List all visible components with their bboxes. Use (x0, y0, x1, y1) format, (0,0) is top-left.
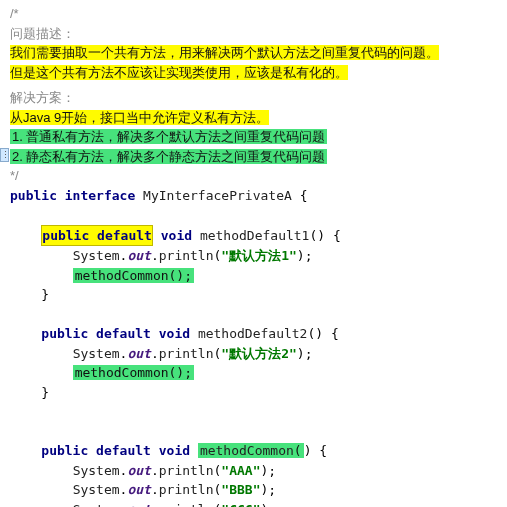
desc-line1: 我们需要抽取一个共有方法，用来解决两个默认方法之间重复代码的问题。 (10, 43, 507, 63)
desc-line2: 但是这个共有方法不应该让实现类使用，应该是私有化的。 (10, 63, 507, 83)
code-block: public interface MyInterfacePrivateA { p… (10, 186, 507, 508)
solution-item1: 1. 普通私有方法，解决多个默认方法之间重复代码问题 (10, 127, 507, 147)
highlight-line2: 但是这个共有方法不应该让实现类使用，应该是私有化的。 (10, 65, 348, 80)
highlight-intro: 从Java 9开始，接口当中允许定义私有方法。 (10, 110, 269, 125)
interface-decl: public interface MyInterfacePrivateA { (10, 186, 507, 206)
solution-title: 解决方案： (10, 88, 507, 108)
highlight-item2: 2. 静态私有方法，解决多个静态方法之间重复代码问题 (10, 149, 327, 164)
highlight-line1: 我们需要抽取一个共有方法，用来解决两个默认方法之间重复代码的问题。 (10, 45, 439, 60)
method1-print: System.out.println("默认方法1"); (10, 246, 507, 266)
common-print-ccc: System.out.println("CCC"); (10, 500, 507, 508)
method1-common-call: methodCommon(); (10, 266, 507, 286)
comment-open: /* (10, 4, 507, 24)
method2-decl: public default void methodDefault2() { (10, 324, 507, 344)
solution-intro: 从Java 9开始，接口当中允许定义私有方法。 (10, 108, 507, 128)
method1-decl: public default void methodDefault1() { (10, 225, 507, 247)
fold-marker-icon[interactable]: ⋮ (0, 148, 9, 162)
common-decl: public default void methodCommon() { (10, 441, 507, 461)
code-editor-viewport: /* 问题描述： 我们需要抽取一个共有方法，用来解决两个默认方法之间重复代码的问… (0, 0, 507, 507)
common-print-bbb: System.out.println("BBB"); (10, 480, 507, 500)
method2-print: System.out.println("默认方法2"); (10, 344, 507, 364)
desc-title: 问题描述： (10, 24, 507, 44)
method2-close: } (10, 383, 507, 403)
comment-close: */ (10, 166, 507, 186)
highlight-item1: 1. 普通私有方法，解决多个默认方法之间重复代码问题 (10, 129, 327, 144)
common-print-aaa: System.out.println("AAA"); (10, 461, 507, 481)
method2-common-call: methodCommon(); (10, 363, 507, 383)
method1-close: } (10, 285, 507, 305)
solution-item2: 2. 静态私有方法，解决多个静态方法之间重复代码问题 (10, 147, 507, 167)
